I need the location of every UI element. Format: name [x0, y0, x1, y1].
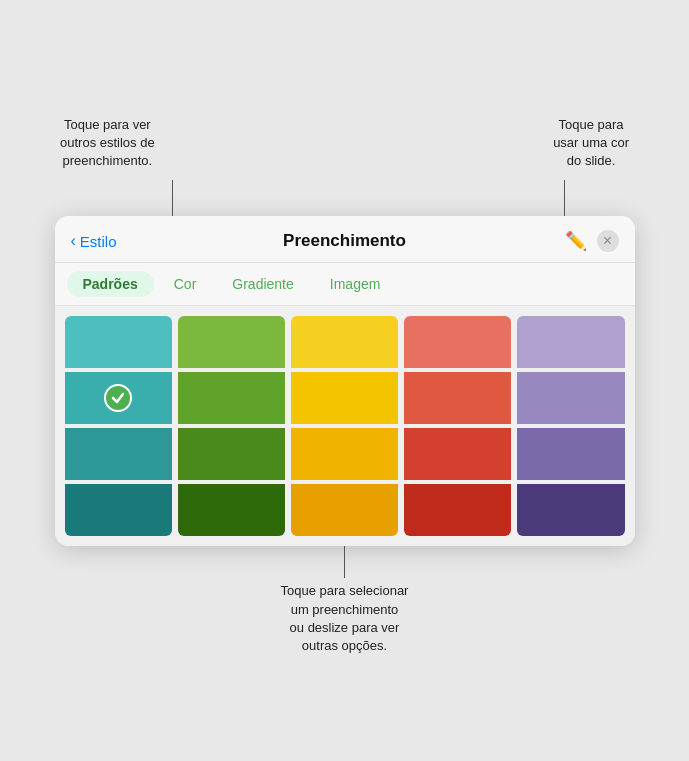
swatch-cell-purple-1[interactable] [517, 372, 624, 424]
annotation-top-left: Toque para ver outros estilos de preench… [60, 116, 155, 171]
swatch-cell-green-3[interactable] [178, 484, 285, 536]
chevron-left-icon: ‹ [71, 232, 76, 250]
swatch-cell-yellow-2[interactable] [291, 428, 398, 480]
swatch-cell-orange-red-1[interactable] [404, 372, 511, 424]
swatch-cell-teal-1[interactable] [65, 372, 172, 424]
tab-cor[interactable]: Cor [158, 271, 213, 297]
line-right [564, 180, 565, 216]
selected-check-icon [104, 384, 132, 412]
line-bottom [344, 546, 345, 578]
swatch-cell-teal-3[interactable] [65, 484, 172, 536]
swatch-cell-yellow-0[interactable] [291, 316, 398, 368]
header-actions: ✏️ × [539, 230, 619, 252]
close-button[interactable]: × [597, 230, 619, 252]
eyedropper-icon[interactable]: ✏️ [565, 230, 587, 252]
swatch-cell-yellow-1[interactable] [291, 372, 398, 424]
annotation-top-right: Toque para usar uma cor do slide. [553, 116, 629, 171]
swatch-cell-green-0[interactable] [178, 316, 285, 368]
swatch-cell-orange-red-0[interactable] [404, 316, 511, 368]
swatch-cell-orange-red-3[interactable] [404, 484, 511, 536]
tab-imagem[interactable]: Imagem [314, 271, 397, 297]
swatch-column-teal [65, 316, 172, 536]
annotation-bottom: Toque para selecionar um preenchimento o… [281, 582, 409, 655]
swatches-area [55, 306, 635, 546]
back-button[interactable]: ‹ Estilo [71, 232, 151, 250]
tab-padroes[interactable]: Padrões [67, 271, 154, 297]
swatch-cell-teal-0[interactable] [65, 316, 172, 368]
swatch-cell-teal-2[interactable] [65, 428, 172, 480]
page-wrapper: Toque para ver outros estilos de preench… [0, 106, 689, 655]
swatch-cell-orange-red-2[interactable] [404, 428, 511, 480]
swatches-grid [65, 316, 625, 536]
close-label: × [603, 232, 612, 250]
tab-bar: Padrões Cor Gradiente Imagem [55, 263, 635, 306]
swatch-column-orange-red [404, 316, 511, 536]
swatch-cell-green-1[interactable] [178, 372, 285, 424]
swatch-cell-purple-2[interactable] [517, 428, 624, 480]
tab-gradiente[interactable]: Gradiente [216, 271, 309, 297]
swatch-column-green [178, 316, 285, 536]
fill-panel: ‹ Estilo Preenchimento ✏️ × Padrões Cor … [55, 216, 635, 546]
panel-title: Preenchimento [151, 231, 539, 251]
swatch-column-purple [517, 316, 624, 536]
swatch-cell-purple-3[interactable] [517, 484, 624, 536]
swatch-cell-purple-0[interactable] [517, 316, 624, 368]
swatch-cell-green-2[interactable] [178, 428, 285, 480]
back-label: Estilo [80, 233, 117, 250]
line-left [172, 180, 173, 216]
swatch-cell-yellow-3[interactable] [291, 484, 398, 536]
swatch-column-yellow [291, 316, 398, 536]
panel-header: ‹ Estilo Preenchimento ✏️ × [55, 216, 635, 263]
